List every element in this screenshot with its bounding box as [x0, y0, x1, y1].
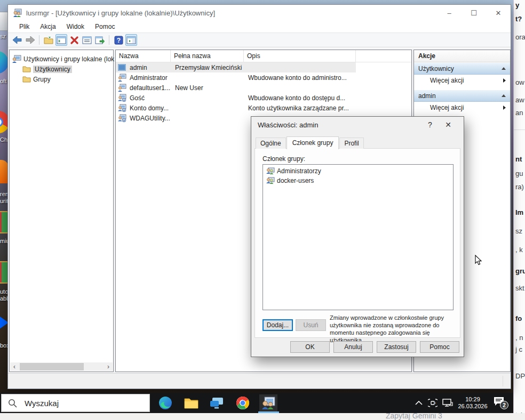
desktop-label: Ch	[0, 136, 7, 143]
taskbar-remote-desktop-icon[interactable]	[208, 394, 226, 411]
apply-button[interactable]: Zastosuj	[377, 341, 416, 353]
export-list-icon[interactable]	[94, 34, 106, 46]
actions-pane-header: Akcje	[414, 50, 510, 62]
show-console-tree-icon[interactable]	[55, 34, 67, 46]
actions-more-users[interactable]: Więcej akcji	[414, 75, 510, 86]
properties-dialog: Właściwości: admin ? ✕ Ogólne Członek gr…	[251, 116, 464, 357]
submenu-arrow-icon	[503, 78, 506, 83]
properties-icon[interactable]	[81, 34, 93, 46]
tab-general[interactable]: Ogólne	[256, 138, 286, 149]
user-row-admin[interactable]: admin Przemysław Kmieciński	[116, 62, 356, 72]
tree-users-label: Użytkownicy	[33, 66, 72, 73]
taskbar-edge-icon[interactable]	[156, 394, 174, 411]
cell-name: WDAGUtility...	[126, 115, 172, 122]
scroll-right-icon[interactable]: ›	[104, 362, 113, 371]
web-text-fragment: ow	[515, 78, 524, 86]
taskbar-chrome-icon[interactable]	[234, 394, 252, 411]
user-row-defaultuser[interactable]: defaultuser1... New User	[116, 83, 411, 93]
open-folder-icon[interactable]	[43, 34, 54, 46]
cell-name: Gość	[126, 94, 172, 102]
web-text-fragment: ra)	[515, 183, 524, 191]
mouse-cursor	[475, 255, 482, 265]
cell-fullname: Przemysław Kmieciński	[172, 64, 245, 71]
actions-section-label: admin	[418, 92, 502, 100]
group-icon	[266, 177, 275, 184]
dialog-help-button[interactable]: ?	[421, 120, 439, 129]
svg-text:i: i	[435, 401, 436, 405]
group-name: docker-users	[277, 177, 314, 184]
taskbar-lusrmgr-icon[interactable]	[259, 394, 277, 411]
web-text-fragment: skt	[515, 284, 524, 292]
dialog-title-bar[interactable]: Właściwości: admin ? ✕	[251, 117, 464, 133]
actions-more-admin[interactable]: Więcej akcji	[414, 102, 510, 114]
tree-node-users[interactable]: Użytkownicy	[10, 64, 113, 74]
console-tree-pane: Użytkownicy i grupy lokalne (lok Użytkow…	[9, 50, 114, 372]
title-bar[interactable]: lusrmgr - [Użytkownicy i grupy lokalne (…	[8, 5, 511, 21]
list-header: Nazwa Pełna nazwa Opis	[116, 50, 411, 62]
minimize-button[interactable]: –	[437, 5, 462, 21]
scroll-left-icon[interactable]: ‹	[10, 362, 19, 371]
column-header-fullname[interactable]: Pełna nazwa	[171, 50, 244, 62]
user-row-konto-domyslne[interactable]: Konto domy... Konto użytkownika zarządza…	[116, 103, 411, 113]
help-icon[interactable]: ?	[113, 34, 124, 46]
web-text-fragment: nt	[515, 155, 522, 163]
add-button[interactable]: Dodaj...	[262, 319, 293, 331]
tab-member-of[interactable]: Członek grupy	[287, 136, 339, 149]
tray-touch-keyboard-icon[interactable]: i	[427, 393, 439, 413]
group-row-administratorzy[interactable]: Administratorzy	[264, 166, 452, 176]
web-text-fragment: gru	[515, 267, 525, 275]
show-action-pane-icon[interactable]	[125, 34, 137, 46]
tree-root-node[interactable]: Użytkownicy i grupy lokalne (lok	[10, 54, 113, 64]
web-text-fragment: y	[515, 1, 519, 9]
maximize-button[interactable]: ☐	[462, 5, 486, 21]
cancel-button[interactable]: Anuluj	[333, 341, 373, 353]
tree-root-label: Użytkownicy i grupy lokalne (lok	[23, 55, 114, 63]
menu-action[interactable]: Akcja	[35, 22, 60, 31]
cell-fullname: New User	[172, 84, 245, 92]
tray-network-icon[interactable]	[441, 393, 454, 413]
desktop-label: sz	[0, 33, 6, 39]
group-membership-list[interactable]: Administratorzy docker-users	[262, 164, 454, 310]
dialog-close-button[interactable]: ✕	[439, 120, 457, 129]
web-text-fragment: DP	[515, 372, 525, 380]
group-row-docker-users[interactable]: docker-users	[264, 176, 452, 185]
taskbar-search[interactable]: Wyszukaj	[1, 394, 150, 412]
column-header-desc[interactable]: Opis	[244, 50, 356, 62]
active-app-underline	[258, 411, 279, 413]
tray-clock[interactable]: 10:29 26.03.2026	[455, 393, 490, 413]
desktop-label: uto	[0, 288, 8, 295]
clock-time: 10:29	[465, 396, 480, 403]
user-icon	[117, 84, 126, 92]
forward-icon[interactable]	[24, 34, 36, 46]
web-text-fragment: ora	[515, 33, 525, 41]
user-row-administrator[interactable]: Administrator Wbudowane konto do adminis…	[116, 72, 411, 83]
ok-button[interactable]: OK	[290, 341, 330, 353]
column-header-name[interactable]: Nazwa	[116, 50, 171, 62]
tree-horizontal-scrollbar[interactable]: ‹ ›	[10, 362, 113, 371]
actions-section-admin[interactable]: admin	[414, 90, 510, 102]
scrollbar-thumb[interactable]	[20, 363, 84, 370]
menu-view[interactable]: Widok	[62, 22, 89, 31]
tray-chevron-icon[interactable]	[414, 393, 424, 413]
web-text-fragment: j c	[515, 345, 522, 353]
menu-help[interactable]: Pomoc	[90, 22, 120, 31]
actions-section-users[interactable]: Użytkownicy	[414, 62, 510, 75]
tab-page-member-of: Członek grupy: Administratorzy docker-us…	[254, 148, 460, 338]
more-actions-label: Więcej akcji	[430, 104, 503, 111]
taskbar-explorer-icon[interactable]	[182, 394, 200, 411]
window-title: lusrmgr - [Użytkownicy i grupy lokalne (…	[26, 9, 215, 17]
collapse-icon[interactable]	[502, 94, 506, 97]
back-icon[interactable]	[11, 34, 23, 46]
tab-profile[interactable]: Profil	[339, 138, 363, 149]
close-button[interactable]: ✕	[486, 5, 511, 21]
collapse-icon[interactable]	[502, 67, 506, 70]
tree-node-groups[interactable]: Grupy	[10, 74, 113, 84]
delete-icon[interactable]	[68, 34, 80, 46]
search-icon	[8, 399, 17, 408]
help-button[interactable]: Pomoc	[420, 341, 459, 353]
tray-action-center-icon[interactable]: 2	[492, 393, 510, 413]
user-row-guest[interactable]: Gość Wbudowane konto do dostępu d...	[116, 93, 411, 103]
more-actions-label: Więcej akcji	[430, 77, 503, 84]
menu-file[interactable]: Plik	[14, 22, 34, 31]
toolbar-separator	[109, 35, 109, 45]
